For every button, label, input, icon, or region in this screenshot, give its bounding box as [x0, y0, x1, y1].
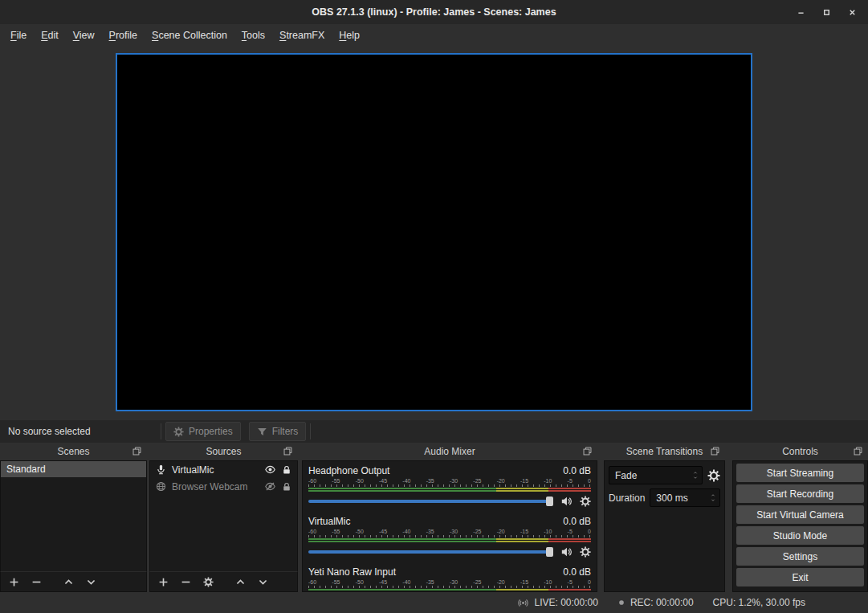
remove-source-icon[interactable]: [181, 577, 191, 587]
dock-float-icon[interactable]: [854, 447, 862, 456]
duration-spinbox[interactable]: 300 ms: [650, 488, 720, 507]
source-toolbar: No source selected Properties Filters: [0, 420, 868, 443]
audio-mixer-panel: Audio Mixer Headphone Output 0.0 dB -60-…: [302, 443, 597, 592]
menu-file[interactable]: File: [3, 27, 34, 44]
gear-icon: [173, 427, 184, 437]
sources-title: Sources: [206, 446, 241, 457]
dock-float-icon[interactable]: [583, 447, 592, 456]
dock-float-icon[interactable]: [283, 447, 292, 456]
scene-transitions-title: Scene Transitions: [626, 446, 703, 457]
chevron-down-icon: [710, 498, 716, 502]
menu-edit[interactable]: Edit: [34, 27, 66, 44]
add-scene-icon[interactable]: [9, 577, 19, 587]
move-scene-down-icon[interactable]: [86, 577, 96, 587]
visibility-eye-slash-icon[interactable]: [264, 481, 276, 492]
sources-header: Sources: [149, 443, 298, 460]
meter-tick-marks: [308, 586, 591, 588]
menu-streamfx[interactable]: StreamFX: [272, 27, 332, 44]
close-icon[interactable]: [848, 8, 857, 17]
microphone-icon: [156, 464, 166, 475]
menu-help[interactable]: Help: [332, 27, 367, 44]
source-label: Browser Webcam: [172, 481, 247, 492]
broadcast-icon: [517, 598, 529, 608]
visibility-eye-icon[interactable]: [264, 464, 276, 475]
meter-scale-labels: -60-55-50-45-40-35-30-25-20-15-10-50: [308, 578, 591, 586]
chevron-up-icon: [710, 493, 716, 497]
channel-level-db: 0.0 dB: [563, 566, 591, 578]
move-source-up-icon[interactable]: [235, 577, 246, 587]
lock-icon[interactable]: [282, 482, 291, 492]
chevron-down-icon: [692, 476, 699, 480]
transition-select[interactable]: Fade: [609, 466, 703, 484]
dock-area: Scenes Standard Sources VirtualMic: [0, 443, 868, 592]
gear-icon[interactable]: [580, 546, 591, 558]
volume-slider-handle[interactable]: [546, 497, 553, 506]
source-item-virtualmic[interactable]: VirtualMic: [150, 461, 297, 478]
volume-slider-track: [308, 550, 553, 554]
menu-scene-collection[interactable]: Scene Collection: [145, 27, 234, 44]
properties-button[interactable]: Properties: [165, 422, 241, 441]
scene-transitions-header: Scene Transitions: [604, 443, 725, 460]
volume-meter: [308, 488, 591, 492]
controls-panel: Controls Start Streaming Start Recording…: [732, 443, 868, 592]
start-streaming-button[interactable]: Start Streaming: [736, 464, 864, 482]
live-time: LIVE: 00:00:00: [534, 597, 597, 608]
preview-canvas[interactable]: [116, 53, 752, 411]
controls-body: Start Streaming Start Recording Start Vi…: [732, 460, 868, 592]
studio-mode-button[interactable]: Studio Mode: [736, 526, 864, 545]
lock-icon[interactable]: [282, 465, 291, 475]
start-virtual-camera-button[interactable]: Start Virtual Camera: [736, 505, 864, 524]
properties-label: Properties: [189, 426, 233, 437]
source-label: VirtualMic: [172, 464, 214, 476]
volume-slider-handle[interactable]: [546, 547, 553, 557]
meter-scale-labels: -60-55-50-45-40-35-30-25-20-15-10-50: [308, 528, 591, 535]
rec-time: REC: 00:00:00: [630, 597, 694, 608]
menu-profile[interactable]: Profile: [102, 27, 145, 44]
title-bar: OBS 27.1.3 (linux) - Profile: James - Sc…: [0, 0, 868, 24]
channel-level-db: 0.0 dB: [563, 465, 591, 476]
chevron-up-icon: [692, 471, 699, 475]
meter-tick-marks: [308, 535, 591, 537]
sources-toolbar: [149, 571, 298, 592]
scenes-header: Scenes: [0, 443, 147, 460]
dock-float-icon[interactable]: [711, 447, 719, 456]
meter-tick-marks: [308, 484, 591, 487]
menu-tools[interactable]: Tools: [234, 27, 272, 44]
record-dot-icon: [617, 599, 626, 607]
remove-scene-icon[interactable]: [31, 577, 42, 587]
speaker-mute-icon[interactable]: [560, 546, 573, 558]
menu-view[interactable]: View: [66, 27, 102, 44]
duration-value: 300 ms: [650, 492, 707, 504]
speaker-mute-icon[interactable]: [560, 496, 573, 507]
filters-button[interactable]: Filters: [249, 422, 307, 441]
scenes-toolbar: [0, 571, 147, 592]
cpu-fps-stats: CPU: 1.2%, 30.00 fps: [713, 597, 805, 608]
start-recording-button[interactable]: Start Recording: [736, 484, 864, 503]
move-source-down-icon[interactable]: [258, 577, 268, 587]
exit-button[interactable]: Exit: [736, 568, 864, 586]
duration-spinner[interactable]: [707, 493, 719, 502]
minimize-icon[interactable]: [797, 8, 805, 17]
mixer-channel-virtualmic: VirtualMic 0.0 dB -60-55-50-45-40-35-30-…: [308, 515, 591, 559]
mixer-channel-yeti-nano: Yeti Nano Raw Input 0.0 dB -60-55-50-45-…: [308, 566, 591, 592]
move-scene-up-icon[interactable]: [63, 577, 74, 587]
transition-gear-icon[interactable]: [707, 469, 720, 482]
volume-slider[interactable]: [308, 546, 553, 558]
gear-icon[interactable]: [580, 496, 591, 507]
add-source-icon[interactable]: [158, 577, 169, 587]
maximize-icon[interactable]: [822, 8, 831, 17]
volume-slider[interactable]: [308, 496, 553, 507]
settings-button[interactable]: Settings: [736, 547, 864, 566]
volume-slider-track: [308, 500, 553, 503]
combo-spinner[interactable]: [689, 471, 702, 480]
volume-meter: [308, 538, 591, 542]
source-item-browser-webcam[interactable]: Browser Webcam: [150, 478, 297, 495]
sources-panel: Sources VirtualMic Browser Webcam: [149, 443, 298, 592]
volume-meter: [308, 589, 591, 592]
audio-mixer-header: Audio Mixer: [302, 443, 597, 460]
controls-header: Controls: [732, 443, 868, 460]
menu-bar: File Edit View Profile Scene Collection …: [0, 24, 868, 46]
dock-float-icon[interactable]: [132, 447, 141, 456]
source-properties-gear-icon[interactable]: [203, 577, 214, 587]
scene-item-standard[interactable]: Standard: [1, 461, 146, 477]
